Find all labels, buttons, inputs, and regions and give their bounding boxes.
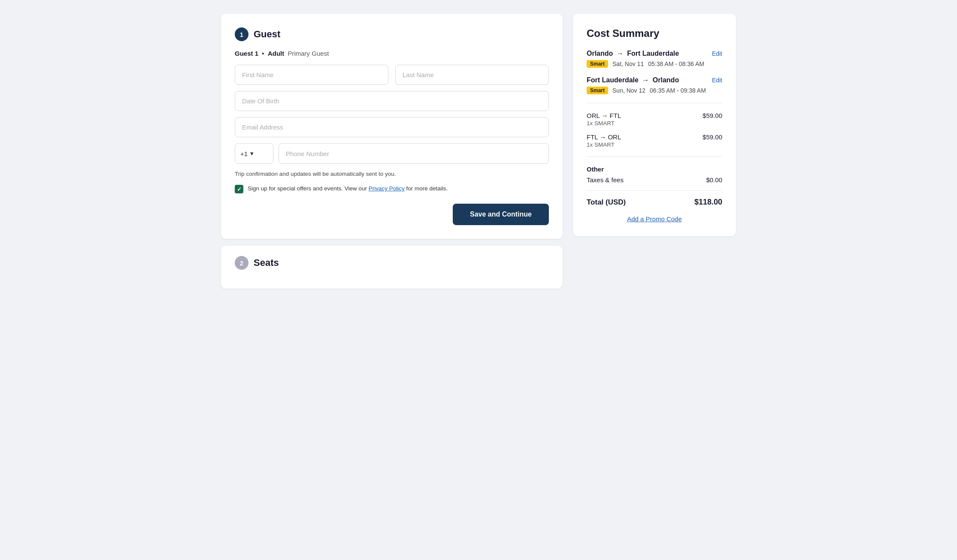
dob-input[interactable] xyxy=(235,91,549,111)
special-offers-checkbox[interactable]: ✓ xyxy=(235,185,243,193)
email-input[interactable] xyxy=(235,117,549,137)
first-name-input[interactable] xyxy=(235,65,388,85)
orl-ftl-label: ORL → FTL xyxy=(587,112,621,119)
special-offers-label: Sign up for special offers and events. V… xyxy=(248,184,448,193)
smart-badge-1: Smart xyxy=(587,60,608,68)
route1-day: Sat, Nov 11 xyxy=(612,60,644,67)
route-header-2: Fort Lauderdale → Orlando Edit xyxy=(587,76,722,84)
phone-country-selector[interactable]: +1 ▾ xyxy=(235,143,273,164)
email-row xyxy=(235,117,549,137)
route2-day: Sun, Nov 12 xyxy=(612,87,645,94)
phone-row: +1 ▾ xyxy=(235,143,549,164)
route-detail-1: Smart Sat, Nov 11 05:38 AM - 08:36 AM xyxy=(587,60,722,68)
route2-edit-link[interactable]: Edit xyxy=(712,77,722,84)
total-row: Total (USD) $118.00 xyxy=(587,190,722,207)
save-and-continue-button[interactable]: Save and Continue xyxy=(453,204,549,225)
taxes-row: Taxes & fees $0.00 xyxy=(587,176,722,184)
section-title-seats: Seats xyxy=(254,257,279,268)
orl-ftl-label-group: ORL → FTL 1x SMART xyxy=(587,112,621,126)
promo-code-link[interactable]: Add a Promo Code xyxy=(587,215,722,223)
route2-time: 06:35 AM - 09:38 AM xyxy=(650,87,706,94)
route1-edit-link[interactable]: Edit xyxy=(712,50,722,57)
orl-ftl-amount: $59.00 xyxy=(703,112,722,119)
total-amount: $118.00 xyxy=(694,198,722,207)
ftl-orl-label-group: FTL → ORL 1x SMART xyxy=(587,133,621,148)
page-layout: 1 Guest Guest 1 • Adult Primary Guest xyxy=(221,14,736,289)
privacy-policy-link[interactable]: Privacy Policy xyxy=(369,185,405,192)
step-badge-seats: 2 xyxy=(235,256,248,270)
route-arrow-1: → xyxy=(617,50,624,57)
seats-card: 2 Seats xyxy=(221,246,563,289)
guest-card: 1 Guest Guest 1 • Adult Primary Guest xyxy=(221,14,563,239)
dob-row xyxy=(235,91,549,111)
route-detail-2: Smart Sun, Nov 12 06:35 AM - 09:38 AM xyxy=(587,87,722,94)
total-label: Total (USD) xyxy=(587,198,626,207)
ftl-orl-row: FTL → ORL 1x SMART $59.00 xyxy=(587,133,722,148)
ftl-orl-label: FTL → ORL xyxy=(587,133,621,141)
ftl-orl-sub: 1x SMART xyxy=(587,142,621,148)
checkmark-icon: ✓ xyxy=(237,186,242,193)
cost-summary-card: Cost Summary Orlando → Fort Lauderdale E… xyxy=(573,14,736,236)
route-name-2: Fort Lauderdale → Orlando xyxy=(587,76,679,84)
left-column: 1 Guest Guest 1 • Adult Primary Guest xyxy=(221,14,563,289)
smart-badge-2: Smart xyxy=(587,87,608,94)
right-column: Cost Summary Orlando → Fort Lauderdale E… xyxy=(573,14,736,236)
route-arrow-2: → xyxy=(642,76,649,84)
trip-info-text: Trip confirmation and updates will be au… xyxy=(235,170,549,178)
ftl-orl-amount: $59.00 xyxy=(703,133,722,141)
taxes-amount: $0.00 xyxy=(706,176,722,184)
route1-time: 05:38 AM - 08:36 AM xyxy=(648,60,704,67)
section-title-guest: Guest xyxy=(254,29,280,40)
name-row xyxy=(235,65,549,85)
phone-input[interactable] xyxy=(279,143,549,164)
step-badge-guest: 1 xyxy=(235,27,248,41)
route-name-1: Orlando → Fort Lauderdale xyxy=(587,50,679,57)
route-block-2: Fort Lauderdale → Orlando Edit Smart Sun… xyxy=(587,76,722,94)
taxes-label: Taxes & fees xyxy=(587,176,624,184)
orl-ftl-sub: 1x SMART xyxy=(587,120,621,126)
route-block-1: Orlando → Fort Lauderdale Edit Smart Sat… xyxy=(587,50,722,68)
chevron-down-icon: ▾ xyxy=(250,150,254,157)
guest-label: Guest 1 • Adult Primary Guest xyxy=(235,50,549,57)
divider-2 xyxy=(587,157,722,157)
last-name-input[interactable] xyxy=(395,65,549,85)
route-header-1: Orlando → Fort Lauderdale Edit xyxy=(587,50,722,57)
orl-ftl-row: ORL → FTL 1x SMART $59.00 xyxy=(587,112,722,126)
section-header: 1 Guest xyxy=(235,27,549,41)
special-offers-row: ✓ Sign up for special offers and events.… xyxy=(235,184,549,193)
cost-summary-title: Cost Summary xyxy=(587,27,722,39)
other-section-title: Other xyxy=(587,166,722,173)
divider-1 xyxy=(587,103,722,103)
seats-section-header: 2 Seats xyxy=(235,256,549,270)
